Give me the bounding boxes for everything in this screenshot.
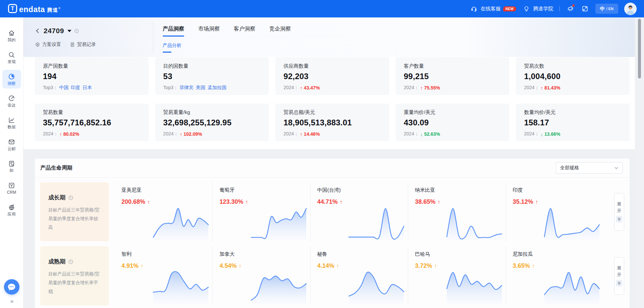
headset-icon [470,4,478,13]
growth-rate-value: 35.12% [513,198,533,205]
yoy-delta-value: 43.47% [304,85,320,90]
academy-link[interactable]: 腾道学院 [522,4,553,13]
top3-country-link[interactable]: 印度 [71,85,80,91]
data-chart-icon [8,117,15,124]
svg-text:BI: BI [11,164,13,166]
logo-mark-icon: T [8,4,17,13]
sidebar-item-home[interactable]: 我的 [2,26,21,45]
trade-records-button[interactable]: 贸易记录 [70,42,96,48]
sidebar-collapse-button[interactable]: » [10,298,13,305]
up-arrow-icon: ↑ [141,263,143,269]
plan-settings-button[interactable]: 方案设置 [35,42,61,48]
tab-客户洞察[interactable]: 客户洞察 [234,25,255,37]
country-name: 尼加拉瓜 [513,251,603,257]
sidebar-item-radar[interactable]: 雷达 [2,91,21,110]
stat-footer-label: 2024： [404,131,419,137]
expand-char-1: 展 [617,201,621,207]
lifecycle-country-card[interactable]: 秘鲁 4.14% ↑ [310,246,408,305]
lifecycle-panel: 产品生命周期 全部规格 成长期 目标产品近三年贸易额/贸易量的季度复合增长率较高… [35,159,630,308]
stat-value: 92,203 [283,72,381,81]
stage-info-icon[interactable] [68,195,73,200]
stats-row-2: 贸易数量 35,757,716,852.16 2024：↑80.02% 贸易重量… [35,104,630,141]
sidebar-item-cloudmail[interactable]: 云邮 [2,135,21,154]
lifecycle-country-card[interactable]: 印度 35.12% ↑ [506,182,603,241]
sidebar-item-bi[interactable]: BI BI [2,157,21,176]
top-navbar: T endata 腾道® 在线客服 NEW 腾 [0,0,644,17]
growth-rate-value: 3.72% [415,262,432,269]
stat-value: 430.09 [404,118,501,127]
sidebar-item-label: 洞察 [8,81,16,85]
sidebar-item-crm[interactable]: CRM [2,179,21,197]
lifecycle-country-card[interactable]: 纳米比亚 38.65% ↑ [408,182,505,241]
mail-icon [8,138,15,146]
stat-footer-label: Top3： [43,85,58,91]
up-arrow-icon: ↑ [245,199,248,205]
page-scrollbar-thumb[interactable] [638,19,641,78]
sparkline-chart [445,265,503,305]
expand-button[interactable]: 展 开 [614,257,624,295]
sidebar-item-discover[interactable]: 发现 [2,48,21,67]
stat-footer: Top3：中国印度日本 [43,85,141,91]
radar-icon [8,95,15,102]
sidebar-item-insight[interactable]: 洞察 [2,70,21,88]
language-toggle[interactable]: 中 / EN [595,4,618,14]
lang-en: / EN [606,7,613,11]
page-scrollbar-track[interactable] [635,17,644,308]
lifecycle-country-card[interactable]: 巴哈马 3.72% ↑ [408,246,505,305]
top3-country-link[interactable]: 孟加拉国 [208,85,226,91]
sidebar-item-data[interactable]: 数据 [2,113,21,132]
plan-id[interactable]: 24709 [44,27,64,35]
lifecycle-country-card[interactable]: 智利 4.91% ↑ [115,246,212,305]
sidebar-item-label: 应用 [8,212,16,216]
chevron-down-icon [614,166,619,170]
stat-title: 数量均价/美元 [524,109,622,116]
lifecycle-country-card[interactable]: 亚美尼亚 200.68% ↑ [115,182,212,241]
lifecycle-country-card[interactable]: 中国(台湾) 44.71% ↑ [310,182,408,241]
back-icon[interactable] [35,28,41,34]
growth-rate-value: 38.65% [415,198,435,205]
sparkline-chart [152,201,210,241]
top3-country-link[interactable]: 美国 [196,85,205,91]
expand-char-1: 展 [617,265,621,271]
stage-info-icon[interactable] [68,259,73,264]
tab-label: 客户洞察 [234,26,255,32]
sparkline-chart [543,265,601,305]
expand-slot: 展 开 [603,246,624,305]
stat-footer: 2024：↑43.47% [283,85,381,91]
growth-rate-value: 4.54% [219,262,236,269]
lifecycle-row-成熟期: 成熟期 目标产品近三年贸易额/贸易量的季度复合增长率平稳 智利 4.91% ↑ … [40,246,624,305]
lifecycle-country-card[interactable]: 加拿大 4.54% ↑ [212,246,310,305]
spec-filter-select[interactable]: 全部规格 [556,162,623,174]
user-avatar[interactable] [624,3,637,15]
up-arrow-icon: ↑ [434,263,437,269]
stat-footer-label: 2024： [283,131,299,137]
plan-info-icon[interactable] [74,28,79,34]
subtab-product-analysis[interactable]: 产品分析 [163,43,181,49]
tab-产品洞察[interactable]: 产品洞察 [163,25,184,37]
top3-country-link[interactable]: 日本 [83,85,92,91]
sparkline-chart [250,201,308,241]
plan-dropdown-caret[interactable] [67,30,71,32]
growth-rate-value: 3.65% [513,262,530,269]
tab-竞企洞察[interactable]: 竞企洞察 [269,25,291,37]
tab-市场洞察[interactable]: 市场洞察 [198,25,220,37]
fullscreen-icon[interactable] [581,4,589,13]
chat-support-button[interactable] [4,279,19,295]
stat-title: 贸易次数 [524,63,622,69]
top3-country-link[interactable]: 菲律宾 [179,85,194,91]
bi-doc-icon: BI [8,160,15,168]
stats-row-1: 原产国数量 194 Top3：中国印度日本 目的国数量 53 Top3：菲律宾美… [35,57,630,95]
online-support-link[interactable]: 在线客服 NEW [470,4,516,13]
stat-card: 贸易次数 1,004,600 2024：↑81.43% [516,57,630,95]
sidebar-item-apps[interactable]: 应用 [2,200,21,219]
up-arrow-icon: ↑ [238,263,241,269]
up-arrow-icon: ↑ [532,263,535,269]
expand-button[interactable]: 展 开 [614,193,624,231]
expand-slot: 展 开 [603,182,624,241]
lifecycle-country-card[interactable]: 尼加拉瓜 3.65% ↑ [506,246,603,305]
lifecycle-country-card[interactable]: 葡萄牙 123.30% ↑ [212,182,310,241]
tendata-logo[interactable]: T endata 腾道® [8,4,61,13]
top3-country-link[interactable]: 中国 [59,85,68,91]
announcements-icon[interactable] [566,4,575,13]
stat-card: 原产国数量 194 Top3：中国印度日本 [35,57,149,95]
